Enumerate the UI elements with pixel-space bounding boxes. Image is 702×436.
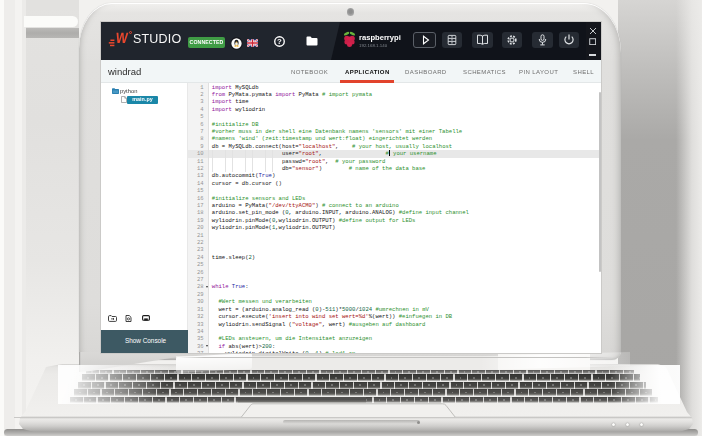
svg-text:?: ? — [277, 37, 282, 46]
